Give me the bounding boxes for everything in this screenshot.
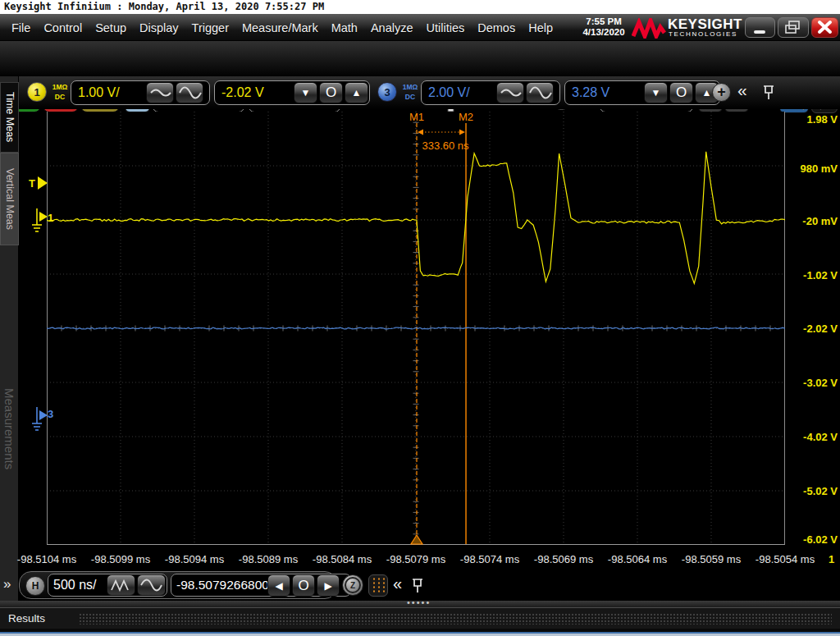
zoom-mode-button[interactable]: Z — [342, 574, 363, 596]
run-control-toolbar: Run Stop Single 200 MSa/s 10.0 Mpts T 66… — [0, 41, 840, 76]
channel-3-scale-value: 2.00 V/ — [428, 85, 470, 100]
splitter-dots: ••••• — [407, 597, 431, 607]
left-sidebar: Time Meas Vertical Meas Measurements — [0, 76, 19, 636]
voltage-label-7: -5.02 V — [780, 485, 838, 497]
waveform-display[interactable]: M1M2333.60 ns — [47, 112, 785, 545]
time-label-9: -98.5059 ms — [682, 553, 741, 565]
menu-bar: File Control Setup Display Trigger Measu… — [0, 14, 840, 41]
channel-1-scale-value: 1.00 V/ — [78, 85, 120, 100]
time-label-7: -98.5069 ms — [534, 553, 593, 565]
menu-math[interactable]: Math — [325, 21, 364, 34]
trigger-level-marker[interactable]: T — [28, 175, 49, 191]
channel-3-scale-decrease-button[interactable] — [496, 82, 524, 103]
channel-3-marker-label: 3 — [48, 408, 53, 420]
trigger-marker-label: T — [29, 177, 35, 190]
oscilloscope-graticule[interactable]: M1M2333.60 ns — [47, 112, 785, 545]
channel-1-offset-down-button[interactable]: ▼ — [294, 82, 317, 103]
channel-3-button[interactable]: 3 — [377, 82, 397, 102]
channel-3-offset-knob[interactable]: O — [669, 82, 693, 103]
time-label-0: -98.5104 ms — [17, 553, 76, 565]
menu-file[interactable]: File — [5, 21, 37, 34]
clock: 7:55 PM 4/13/2020 — [577, 16, 631, 38]
voltage-label-0: 1.98 V — [780, 113, 838, 126]
channel-1-offset-value: -2.02 V — [221, 85, 264, 100]
channel-3-coupling[interactable]: 1MΩ DC — [400, 82, 420, 102]
collapse-horizontal-toolbar-button[interactable]: « — [393, 574, 402, 593]
restore-button[interactable] — [778, 17, 809, 38]
channel-3-scale-field[interactable]: 2.00 V/ — [421, 80, 560, 105]
horizontal-button[interactable]: H — [25, 576, 45, 596]
position-left-button[interactable]: ◀ — [267, 574, 290, 597]
menu-measure-mark[interactable]: Measure/Mark — [235, 21, 325, 34]
horizontal-toolbar: H 500 ns/ -98.5079266800 ms ◀ O ▶ — [19, 571, 337, 599]
timebase-field[interactable]: 500 ns/ — [48, 574, 167, 597]
menu-items: File Control Setup Display Trigger Measu… — [5, 14, 559, 41]
expand-left-panel-button[interactable]: » — [3, 576, 11, 593]
close-button[interactable] — [811, 17, 838, 38]
channel-1-marker-label: 1 — [48, 212, 53, 224]
channel-1-coupling[interactable]: 1MΩ DC — [50, 82, 70, 102]
menu-control[interactable]: Control — [37, 21, 89, 34]
time-label-8: -98.5064 ms — [608, 553, 667, 565]
voltage-label-6: -4.02 V — [780, 431, 838, 443]
timebase-zoom-in-button[interactable] — [107, 574, 135, 596]
channel-1-button[interactable]: 1 — [27, 82, 47, 102]
menu-analyze[interactable]: Analyze — [364, 21, 420, 34]
menu-setup[interactable]: Setup — [89, 21, 133, 34]
time-label-6: -98.5074 ms — [460, 553, 519, 565]
pin-horizontal-toolbar-icon[interactable] — [410, 577, 425, 595]
menu-help[interactable]: Help — [522, 21, 559, 34]
menu-display[interactable]: Display — [133, 21, 185, 34]
channel-3-ground-marker[interactable]: 3 — [31, 404, 57, 437]
channel-1-scale-decrease-button[interactable] — [146, 82, 174, 103]
keysight-spark-icon — [632, 18, 666, 39]
menu-utilities[interactable]: Utilities — [419, 21, 471, 34]
channel-1-ground-marker[interactable]: 1 — [31, 205, 57, 238]
channel-3-offset-value: 3.28 V — [572, 85, 609, 100]
voltage-label-8: -6.02 V — [780, 533, 838, 546]
channel-1-scale-field[interactable]: 1.00 V/ — [71, 80, 210, 105]
svg-text:M2: M2 — [459, 112, 473, 123]
collapse-channel-bar-button[interactable]: « — [737, 80, 747, 100]
add-channel-button[interactable]: + — [712, 83, 731, 102]
results-splitter-handle[interactable]: ••••• — [0, 601, 840, 607]
measurements-panel-label: Measurements — [0, 347, 19, 511]
channel-3-scale-increase-button[interactable] — [526, 82, 554, 103]
tab-time-meas[interactable]: Time Meas — [0, 82, 19, 153]
voltage-label-3: -1.02 V — [780, 269, 838, 281]
zoom-mode-label: Z — [345, 577, 361, 593]
window-title: Keysight Infiniium : Monday, April 13, 2… — [0, 0, 840, 14]
tab-vertical-meas[interactable]: Vertical Meas — [0, 153, 19, 245]
position-knob[interactable]: O — [292, 574, 315, 597]
minimize-button[interactable] — [745, 17, 775, 38]
menu-demos[interactable]: Demos — [471, 21, 522, 34]
brand-sub: TECHNOLOGIES — [669, 30, 737, 38]
channel-3-impedance: 1MΩ — [400, 82, 420, 92]
position-right-button[interactable]: ▶ — [317, 574, 340, 597]
time-label-4: -98.5084 ms — [313, 553, 372, 565]
pin-icon[interactable] — [761, 84, 776, 102]
timebase-value: 500 ns/ — [53, 578, 96, 593]
voltage-label-5: -3.02 V — [780, 377, 838, 389]
channel-3-offset-down-button[interactable]: ▼ — [644, 82, 668, 103]
svg-text:M1: M1 — [409, 112, 424, 123]
channel-3-offset-field[interactable]: 3.28 V ▼ O ▲ — [564, 80, 720, 105]
marker-grid-dots — [372, 577, 386, 594]
menu-trigger[interactable]: Trigger — [185, 21, 235, 34]
results-panel-texture — [79, 613, 832, 625]
svg-text:333.60 ns: 333.60 ns — [422, 140, 469, 152]
channel-1-offset-knob[interactable]: O — [319, 82, 343, 103]
clock-time: 7:55 PM — [577, 16, 631, 27]
time-label-1: -98.5099 ms — [91, 553, 150, 565]
clock-date: 4/13/2020 — [577, 27, 631, 38]
channel-1-scale-increase-button[interactable] — [176, 82, 203, 103]
corner-channel-label: 1 — [829, 553, 834, 565]
channel-1-offset-up-button[interactable]: ▲ — [345, 82, 368, 103]
marker-grid-button[interactable] — [368, 574, 388, 597]
timebase-zoom-out-button[interactable] — [137, 574, 166, 596]
channel-3-coupling-mode: DC — [400, 92, 420, 102]
voltage-label-2: -20 mV — [780, 215, 838, 227]
results-panel[interactable]: Results — [0, 607, 840, 629]
channel-1-offset-field[interactable]: -2.02 V ▼ O ▲ — [214, 80, 370, 105]
time-label-3: -98.5089 ms — [239, 553, 298, 565]
